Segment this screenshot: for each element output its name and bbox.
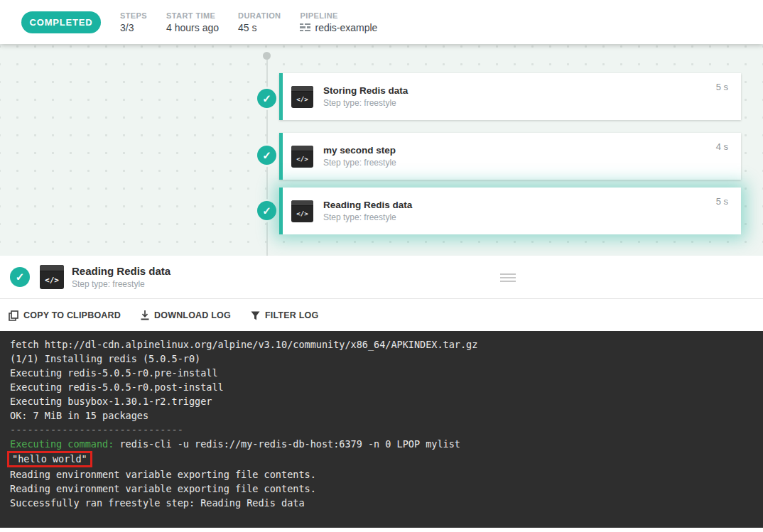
freestyle-step-code-icon: </>	[291, 146, 313, 168]
step-card-my-second-step[interactable]: </> my second step Step type: freestyle …	[279, 133, 741, 180]
meta-steps: STEPS 3/3	[120, 11, 147, 33]
copy-to-clipboard-label: COPY TO CLIPBOARD	[23, 310, 121, 320]
highlighted-output: "hello world"	[7, 451, 92, 467]
step-title: my second step	[323, 145, 716, 156]
meta-pipeline-value[interactable]: redis-example	[300, 22, 377, 33]
command-text: redis-cli -u redis://my-redis-db-host:63…	[119, 438, 460, 450]
meta-steps-value: 3/3	[120, 22, 147, 33]
step-duration: 5 s	[716, 73, 728, 92]
step-title: Reading Redis data	[323, 200, 716, 210]
step-duration: 4 s	[716, 133, 728, 152]
log-line-output: "hello world"	[10, 451, 756, 467]
log-line: Reading environment variable exporting f…	[10, 482, 756, 496]
step-card-storing-redis-data[interactable]: </> Storing Redis data Step type: freest…	[279, 73, 741, 120]
download-log-label: DOWNLOAD LOG	[154, 310, 231, 320]
meta-duration-value: 45 s	[238, 22, 281, 33]
log-line: Executing redis-5.0.5-r0.pre-install	[10, 366, 756, 380]
download-icon	[141, 310, 149, 320]
pipeline-icon	[300, 23, 310, 32]
build-header: COMPLETED STEPS 3/3 START TIME 4 hours a…	[0, 0, 763, 44]
pipeline-steps-canvas: ✓ ✓ ✓ </> Storing Redis data Step type: …	[0, 44, 763, 256]
timeline-start-dot	[263, 52, 271, 60]
freestyle-step-code-icon: </>	[291, 86, 313, 108]
step-success-check-icon: ✓	[257, 201, 276, 220]
executing-command-prefix: Executing command:	[10, 438, 119, 450]
log-line: Executing redis-5.0.5-r0.post-install	[10, 380, 756, 394]
detail-step-type: Step type: freestyle	[72, 279, 171, 289]
step-detail-header: ✓ </> Reading Redis data Step type: free…	[0, 256, 763, 299]
freestyle-step-code-icon: </>	[40, 265, 64, 289]
step-title: Storing Redis data	[323, 85, 716, 96]
log-line: (1/1) Installing redis (5.0.5-r0)	[10, 352, 756, 366]
log-line: fetch http://dl-cdn.alpinelinux.org/alpi…	[10, 337, 756, 352]
copy-icon	[9, 310, 18, 321]
bottom-strip	[0, 528, 763, 532]
download-log-button[interactable]: DOWNLOAD LOG	[141, 310, 231, 320]
filter-log-label: FILTER LOG	[265, 310, 318, 320]
meta-duration-label: DURATION	[238, 11, 281, 20]
step-type: Step type: freestyle	[323, 98, 716, 108]
log-line: OK: 7 MiB in 15 packages	[10, 408, 756, 423]
step-success-check-icon: ✓	[10, 267, 30, 287]
meta-steps-label: STEPS	[120, 11, 147, 20]
copy-to-clipboard-button[interactable]: COPY TO CLIPBOARD	[9, 310, 121, 321]
log-line: Executing busybox-1.30.1-r2.trigger	[10, 394, 756, 408]
step-success-check-icon: ✓	[257, 146, 276, 165]
freestyle-step-code-icon: </>	[291, 200, 313, 222]
log-toolbar: COPY TO CLIPBOARD DOWNLOAD LOG FILTER LO…	[0, 300, 763, 331]
meta-start-time: START TIME 4 hours ago	[166, 11, 219, 33]
build-meta: STEPS 3/3 START TIME 4 hours ago DURATIO…	[120, 11, 396, 33]
step-type: Step type: freestyle	[323, 158, 716, 168]
pipeline-name: redis-example	[315, 22, 377, 33]
meta-start-time-label: START TIME	[166, 11, 219, 20]
log-line-command: Executing command: redis-cli -u redis://…	[10, 437, 756, 451]
log-line: Reading environment variable exporting f…	[10, 467, 756, 482]
meta-duration: DURATION 45 s	[238, 11, 281, 33]
log-line: Successfully ran freestyle step: Reading…	[10, 496, 756, 510]
log-line-separator: ------------------------------	[10, 423, 756, 437]
filter-icon	[251, 311, 260, 320]
filter-log-button[interactable]: FILTER LOG	[251, 310, 318, 320]
step-success-check-icon: ✓	[257, 89, 276, 108]
meta-pipeline: PIPELINE redis-example	[300, 11, 377, 33]
step-duration: 5 s	[716, 188, 728, 207]
detail-step-title: Reading Redis data	[72, 265, 171, 277]
terminal-log: fetch http://dl-cdn.alpinelinux.org/alpi…	[0, 331, 763, 528]
meta-pipeline-label: PIPELINE	[300, 11, 377, 20]
step-card-reading-redis-data[interactable]: </> Reading Redis data Step type: freest…	[279, 188, 741, 234]
step-type: Step type: freestyle	[323, 212, 716, 222]
panel-resize-handle[interactable]	[500, 273, 516, 282]
status-badge: COMPLETED	[21, 11, 101, 33]
meta-start-time-value: 4 hours ago	[166, 22, 219, 33]
